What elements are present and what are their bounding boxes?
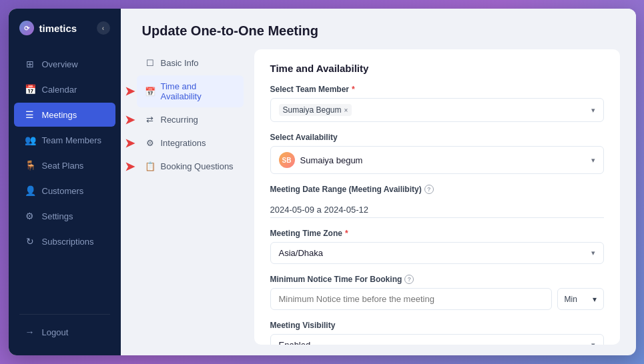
- booking-icon: 📋: [145, 161, 155, 171]
- sidebar-item-label: Logout: [42, 327, 69, 337]
- info-icon-notice[interactable]: ?: [404, 275, 414, 284]
- visibility-select[interactable]: Enabled ▾: [270, 334, 604, 345]
- logo-icon: ⟳: [19, 21, 34, 35]
- meetings-icon: ☰: [25, 109, 35, 120]
- chevron-down-icon: ▾: [591, 341, 595, 345]
- sidebar-item-label: Meetings: [42, 110, 77, 120]
- required-star-tz: *: [345, 229, 348, 238]
- sub-nav-time-availability[interactable]: ➤ 📅 Time and Availability: [137, 75, 244, 107]
- recurring-icon: ⇄: [145, 115, 155, 125]
- sidebar-item-team-members[interactable]: 👥 Team Members: [14, 128, 115, 152]
- sidebar-item-label: Subscriptions: [42, 237, 94, 247]
- sidebar-item-seat-plans[interactable]: 🪑 Seat Plans: [14, 153, 115, 177]
- notice-time-input[interactable]: [270, 288, 552, 310]
- sidebar-item-label: Seat Plans: [42, 161, 84, 171]
- sidebar-item-label: Calendar: [42, 85, 77, 95]
- sidebar: ⟳ timetics ‹ ⊞ Overview 📅 Calendar ☰ Mee…: [9, 9, 121, 355]
- sub-nav-basic-info[interactable]: ☐ Basic Info: [137, 52, 244, 74]
- main-content: Update One-to-One Meeting ☐ Basic Info ➤…: [121, 9, 636, 355]
- customers-icon: 👤: [25, 185, 35, 196]
- arrow-indicator-2: ➤: [125, 113, 135, 127]
- info-icon[interactable]: ?: [424, 185, 434, 194]
- sidebar-item-logout[interactable]: → Logout: [14, 320, 115, 344]
- sub-nav-recurring[interactable]: ➤ ⇄ Recurring: [137, 109, 244, 131]
- chevron-down-icon: ▾: [593, 295, 597, 304]
- availability-select[interactable]: SB Sumaiya begum ▾: [270, 146, 604, 174]
- visibility-group: Meeting Visibility Enabled ▾: [270, 321, 604, 345]
- required-star: *: [352, 85, 355, 94]
- arrow-indicator-4: ➤: [125, 159, 135, 174]
- availability-row: SB Sumaiya begum: [279, 152, 363, 168]
- form-section-title: Time and Availability: [270, 63, 604, 74]
- sub-nav-label: Booking Questions: [161, 161, 234, 171]
- sub-nav-label: Recurring: [161, 115, 198, 125]
- sidebar-item-label: Overview: [42, 59, 78, 69]
- page-header: Update One-to-One Meeting: [121, 9, 636, 49]
- logout-icon: →: [25, 327, 35, 337]
- app-container: ⟳ timetics ‹ ⊞ Overview 📅 Calendar ☰ Mee…: [9, 9, 636, 355]
- sub-nav: ☐ Basic Info ➤ 📅 Time and Availability ➤…: [137, 49, 244, 345]
- page-title: Update One-to-One Meeting: [142, 23, 615, 39]
- integrations-icon: ⚙: [145, 138, 155, 148]
- arrow-indicator-3: ➤: [125, 136, 135, 151]
- sidebar-item-settings[interactable]: ⚙ Settings: [14, 204, 115, 228]
- time-icon: 📅: [145, 87, 155, 97]
- notice-time-input-row: Min ▾: [270, 288, 604, 310]
- date-range-value: 2024-05-09 a 2024-05-12: [270, 198, 604, 218]
- basic-info-icon: ☐: [145, 58, 155, 68]
- overview-icon: ⊞: [25, 59, 35, 69]
- team-member-tag: Sumaiya Begum ×: [279, 104, 352, 116]
- avatar: SB: [279, 152, 295, 168]
- chevron-down-icon: ▾: [591, 249, 595, 257]
- visibility-label: Meeting Visibility: [270, 321, 604, 330]
- calendar-icon: 📅: [25, 84, 35, 95]
- sidebar-divider: [19, 314, 110, 315]
- team-icon: 👥: [25, 135, 35, 145]
- sidebar-nav: ⊞ Overview 📅 Calendar ☰ Meetings 👥 Team …: [9, 46, 121, 303]
- arrow-indicator: ➤: [125, 84, 135, 99]
- sidebar-item-overview[interactable]: ⊞ Overview: [14, 52, 115, 76]
- sidebar-bottom: → Logout: [9, 303, 121, 355]
- date-range-group: Meeting Date Range (Meeting Availibity) …: [270, 185, 604, 218]
- tag-close-icon[interactable]: ×: [344, 107, 348, 114]
- availability-group: Select Availability SB Sumaiya begum ▾: [270, 133, 604, 174]
- sidebar-item-label: Settings: [42, 211, 73, 221]
- sidebar-item-customers[interactable]: 👤 Customers: [14, 179, 115, 203]
- notice-time-group: Minimum Notice Time For Booking ? Min ▾: [270, 275, 604, 310]
- unit-select[interactable]: Min ▾: [557, 288, 604, 310]
- content-area: ☐ Basic Info ➤ 📅 Time and Availability ➤…: [121, 49, 636, 355]
- date-range-label: Meeting Date Range (Meeting Availibity) …: [270, 185, 604, 194]
- sub-nav-label: Time and Availability: [161, 81, 236, 101]
- availability-label: Select Availability: [270, 133, 604, 142]
- sidebar-item-label: Customers: [42, 186, 84, 196]
- notice-time-label: Minimum Notice Time For Booking ?: [270, 275, 604, 284]
- sidebar-logo: ⟳ timetics ‹: [9, 9, 121, 46]
- sidebar-collapse-button[interactable]: ‹: [97, 21, 110, 35]
- chevron-down-icon: ▾: [591, 106, 595, 115]
- sidebar-item-label: Team Members: [42, 135, 102, 145]
- sidebar-item-subscriptions[interactable]: ↻ Subscriptions: [14, 229, 115, 253]
- seat-icon: 🪑: [25, 160, 35, 171]
- sub-nav-integrations[interactable]: ➤ ⚙ Integrations: [137, 132, 244, 154]
- team-member-group: Select Team Member * Sumaiya Begum × ▾: [270, 85, 604, 122]
- team-member-select[interactable]: Sumaiya Begum × ▾: [270, 98, 604, 122]
- form-panel: Time and Availability Select Team Member…: [254, 49, 620, 345]
- timezone-label: Meeting Time Zone *: [270, 229, 604, 238]
- chevron-down-icon: ▾: [591, 156, 595, 165]
- sub-nav-label: Integrations: [161, 138, 206, 148]
- sidebar-item-calendar[interactable]: 📅 Calendar: [14, 77, 115, 101]
- settings-icon: ⚙: [25, 211, 35, 221]
- team-member-label: Select Team Member *: [270, 85, 604, 94]
- subscriptions-icon: ↻: [25, 236, 35, 247]
- sub-nav-label: Basic Info: [161, 58, 199, 68]
- app-name: timetics: [39, 23, 77, 34]
- timezone-select[interactable]: Asia/Dhaka ▾: [270, 242, 604, 264]
- timezone-group: Meeting Time Zone * Asia/Dhaka ▾: [270, 229, 604, 264]
- sidebar-item-meetings[interactable]: ☰ Meetings: [14, 103, 115, 127]
- sub-nav-booking-questions[interactable]: ➤ 📋 Booking Questions: [137, 155, 244, 177]
